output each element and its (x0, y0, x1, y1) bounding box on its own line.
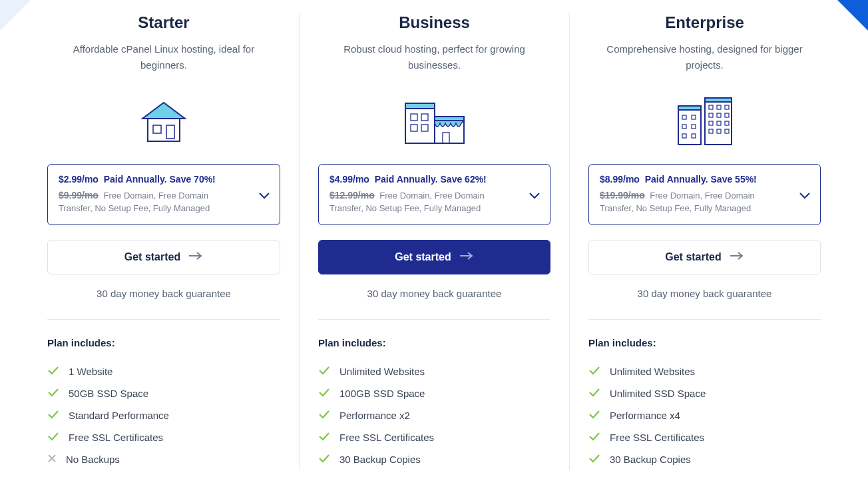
feature-text: Unlimited Websites (339, 366, 425, 377)
feature-text: Free SSL Certificates (339, 432, 434, 443)
price-selector[interactable]: $2.99/mo Paid Annually. Save 70%!$9.99/m… (47, 164, 280, 225)
svg-rect-18 (678, 106, 701, 110)
check-icon (318, 388, 330, 399)
feature-item: No Backups (47, 448, 280, 470)
svg-rect-7 (405, 106, 435, 143)
feature-text: 30 Backup Copies (610, 454, 691, 465)
arrow-right-icon (730, 251, 744, 263)
cross-icon (47, 454, 57, 465)
plan-tagline: Robust cloud hosting, perfect for growin… (325, 41, 544, 76)
feature-item: Performance x2 (318, 404, 550, 426)
arrow-right-icon (459, 251, 474, 263)
price-value: $4.99/mo (329, 174, 369, 185)
plan-business: BusinessRobust cloud hosting, perfect fo… (299, 13, 569, 470)
feature-text: Performance x4 (610, 410, 680, 421)
check-icon (588, 366, 600, 377)
guarantee-text: 30 day money back guarantee (97, 288, 231, 299)
plan-tagline: Comprehensive hosting, designed for bigg… (595, 41, 815, 76)
divider (588, 319, 821, 320)
plan-title: Starter (138, 13, 189, 32)
feature-item: 100GB SSD Space (318, 382, 550, 404)
feature-item: Unlimited SSD Space (588, 382, 821, 404)
feature-item: Free SSL Certificates (588, 426, 821, 448)
feature-item: Free SSL Certificates (318, 426, 550, 448)
feature-text: Unlimited Websites (610, 366, 695, 377)
old-price: $12.99/mo (329, 190, 375, 201)
feature-item: 30 Backup Copies (588, 448, 821, 470)
get-started-button[interactable]: Get started (47, 240, 280, 274)
svg-rect-20 (705, 98, 732, 102)
chevron-down-icon (799, 190, 811, 202)
feature-text: Standard Performance (69, 410, 169, 421)
feature-text: Performance x2 (339, 410, 410, 421)
plan-enterprise: EnterpriseComprehensive hosting, designe… (569, 13, 839, 470)
check-icon (588, 454, 600, 465)
svg-marker-0 (142, 103, 185, 119)
check-icon (318, 366, 330, 377)
feature-text: 100GB SSD Space (339, 388, 425, 399)
billing-label: Paid Annually. Save 70%! (104, 174, 216, 185)
plan-illustration (665, 92, 745, 152)
feature-item: Performance x4 (588, 404, 821, 426)
feature-item: Standard Performance (47, 404, 280, 426)
cta-label: Get started (124, 251, 180, 263)
feature-item: Unlimited Websites (318, 360, 550, 382)
price-value: $8.99/mo (600, 174, 640, 185)
check-icon (318, 410, 330, 421)
chevron-down-icon (529, 190, 541, 202)
plan-tagline: Affordable cPanel Linux hosting, ideal f… (54, 41, 274, 76)
includes-title: Plan includes: (588, 337, 656, 348)
plan-illustration (395, 92, 475, 152)
chevron-down-icon (258, 190, 270, 202)
get-started-button[interactable]: Get started (318, 240, 550, 274)
feature-text: Free SSL Certificates (610, 432, 704, 443)
check-icon (588, 432, 600, 443)
feature-text: Free SSL Certificates (69, 432, 163, 443)
billing-label: Paid Annually. Save 62%! (375, 174, 487, 185)
feature-text: No Backups (66, 454, 120, 465)
check-icon (318, 454, 330, 465)
cta-label: Get started (395, 251, 451, 263)
feature-list: 1 Website50GB SSD SpaceStandard Performa… (47, 360, 280, 470)
guarantee-text: 30 day money back guarantee (367, 288, 502, 299)
check-icon (588, 388, 600, 399)
feature-list: Unlimited WebsitesUnlimited SSD SpacePer… (588, 360, 821, 470)
old-price: $9.99/mo (59, 190, 99, 201)
plan-title: Business (399, 13, 470, 32)
check-icon (47, 432, 59, 443)
plan-illustration (124, 92, 204, 152)
cta-label: Get started (665, 251, 721, 263)
feature-item: 50GB SSD Space (47, 382, 280, 404)
old-price: $19.99/mo (600, 190, 645, 201)
divider (318, 319, 550, 320)
get-started-button[interactable]: Get started (588, 240, 821, 274)
feature-list: Unlimited Websites100GB SSD SpacePerform… (318, 360, 550, 470)
price-selector[interactable]: $4.99/mo Paid Annually. Save 62%!$12.99/… (318, 164, 550, 225)
svg-rect-17 (678, 109, 701, 145)
check-icon (47, 410, 59, 421)
corner-decor-left (0, 0, 31, 31)
feature-item: 1 Website (47, 360, 280, 382)
feature-text: 30 Backup Copies (339, 454, 421, 465)
check-icon (47, 388, 59, 399)
svg-rect-1 (148, 119, 180, 141)
feature-item: Unlimited Websites (588, 360, 821, 382)
check-icon (47, 366, 59, 377)
price-value: $2.99/mo (59, 174, 99, 185)
check-icon (318, 432, 330, 443)
divider (47, 319, 280, 320)
feature-text: 1 Website (69, 366, 112, 377)
plan-starter: StarterAffordable cPanel Linux hosting, … (29, 13, 299, 470)
check-icon (588, 410, 600, 421)
corner-decor-right (837, 0, 868, 31)
feature-text: 50GB SSD Space (69, 388, 148, 399)
feature-item: Free SSL Certificates (47, 426, 280, 448)
price-selector[interactable]: $8.99/mo Paid Annually. Save 55%!$19.99/… (588, 164, 821, 225)
includes-title: Plan includes: (318, 337, 386, 348)
svg-rect-8 (405, 103, 435, 109)
includes-title: Plan includes: (47, 337, 115, 348)
plan-title: Enterprise (665, 13, 744, 32)
feature-item: 30 Backup Copies (318, 448, 550, 470)
arrow-right-icon (188, 251, 203, 263)
guarantee-text: 30 day money back guarantee (638, 288, 772, 299)
